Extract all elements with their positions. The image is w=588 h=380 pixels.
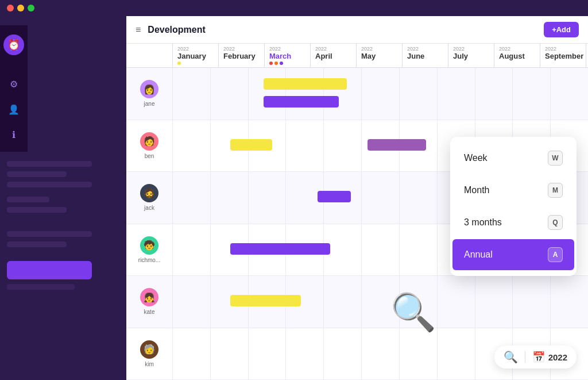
sidebar-placeholder [7,231,92,237]
month-dot [280,62,283,65]
person-cell-richmo...: 🧒richmo... [126,234,172,266]
bottom-bar: 🔍 📅 2022 [494,346,577,369]
sidebar-placeholder [7,182,92,187]
sidebar-icon-column: ⏰ ⚙ 👤 ℹ [0,25,28,152]
dropdown-item-annual[interactable]: AnnualA [452,239,574,270]
grid-lines [172,68,588,120]
person-name: kim [145,361,154,367]
month-dot [274,62,278,65]
dropdown-item-label: Annual [464,250,493,260]
dropdown-item-week[interactable]: WeekW [452,143,574,174]
month-year-label: 2022 [407,46,443,52]
main-content: ≡ Development +Add 2022January2022Februa… [126,16,588,380]
sidebar-placeholder [7,241,67,247]
dropdown-item-shortcut: W [548,151,563,166]
gantt-bar[interactable] [230,243,330,255]
app-body: ⏰ ⚙ 👤 ℹ ≡ Development [0,16,588,380]
person-cell-kim: 🧓kim [126,338,172,370]
person-name: richmo... [138,257,160,263]
sidebar-placeholder [7,161,92,167]
dropdown-item-label: 3 months [464,217,502,228]
month-name-label: May [361,52,397,60]
month-col-march: 2022March [264,44,310,67]
month-col-may: 2022May [356,44,402,67]
sidebar-item-inactive[interactable] [7,284,75,290]
month-col-april: 2022April [310,44,356,67]
avatar: 👩 [140,80,158,98]
dropdown-item-label: Week [464,153,488,163]
gantt-track [172,68,588,120]
people-icon[interactable]: 👤 [6,101,22,117]
minimize-dot[interactable] [17,5,24,11]
month-year-label: 2022 [453,46,489,52]
titlebar [0,0,588,16]
sidebar-nav [0,152,99,304]
app-logo: ⏰ [3,34,24,55]
dropdown-item-shortcut: Q [548,215,563,230]
month-col-january: 2022January [172,44,218,67]
person-cell-jack: 🧔jack [126,182,172,213]
add-button[interactable]: +Add [544,22,579,37]
dropdown-item-3-months[interactable]: 3 monthsQ [452,207,574,238]
info-icon[interactable]: ℹ [6,126,22,143]
dropdown-item-shortcut: A [548,247,563,262]
month-col-july: 2022July [448,44,494,67]
gantt-row: 👩jane [126,68,588,120]
person-cell-ben: 🧑ben [126,130,172,162]
gantt-row: 👧kate [126,276,588,328]
gantt-bar[interactable] [318,191,351,202]
gantt-bar[interactable] [368,139,425,151]
sidebar-placeholder [7,207,67,213]
month-col-august: 2022August [494,44,540,67]
close-dot[interactable] [7,5,14,11]
dropdown-item-label: Month [464,185,489,195]
dropdown-item-month[interactable]: MonthM [452,175,574,206]
view-dropdown-menu: WeekWMonthM3 monthsQAnnualA [450,137,577,276]
maximize-dot[interactable] [28,5,34,11]
sidebar-section-top [7,161,92,217]
gantt-bar[interactable] [264,96,338,108]
avatar: 👧 [140,288,158,306]
month-year-label: 2022 [545,46,581,52]
month-name-label: June [407,52,443,60]
month-col-february: 2022February [218,44,264,67]
month-name-label: January [177,52,214,60]
person-cell-kate: 👧kate [126,286,172,317]
page-title: Development [148,25,539,35]
month-col-september: 2022September [540,44,586,67]
dropdown-item-shortcut: M [548,183,563,198]
avatar: 🧑 [140,132,158,151]
month-dot [269,62,273,65]
month-name-label: February [223,52,260,60]
month-dots [269,62,305,65]
sidebar-placeholder [7,197,49,202]
month-dot [177,62,181,65]
bottom-year: 📅 2022 [532,351,567,363]
settings-icon[interactable]: ⚙ [6,76,22,92]
month-name-label: April [315,52,351,60]
month-name-label: September [545,52,581,60]
month-col-june: 2022June [402,44,448,67]
gantt-bar[interactable] [230,139,272,151]
month-year-label: 2022 [315,46,351,52]
calendar-icon: 📅 [532,351,545,363]
avatar: 🧓 [140,340,158,359]
gantt-bar[interactable] [264,78,347,90]
person-name: ben [145,153,154,159]
month-name-label: July [453,52,489,60]
sidebar-section-mid [7,227,92,252]
person-name: kate [144,309,155,315]
person-name: jack [144,205,154,211]
zoom-icon[interactable]: 🔍 [504,350,518,364]
month-col-october: 2022October [586,44,588,67]
month-year-label: 2022 [177,46,214,52]
sidebar-item-active-development[interactable] [7,261,92,279]
sidebar: ⏰ ⚙ 👤 ℹ [0,16,126,380]
person-cell-jane: 👩jane [126,78,172,109]
avatar: 🧔 [140,184,158,202]
month-name-label: August [499,52,535,60]
month-year-label: 2022 [223,46,260,52]
month-name-label: March [269,52,305,60]
month-year-label: 2022 [269,46,305,52]
gantt-bar[interactable] [230,295,301,306]
